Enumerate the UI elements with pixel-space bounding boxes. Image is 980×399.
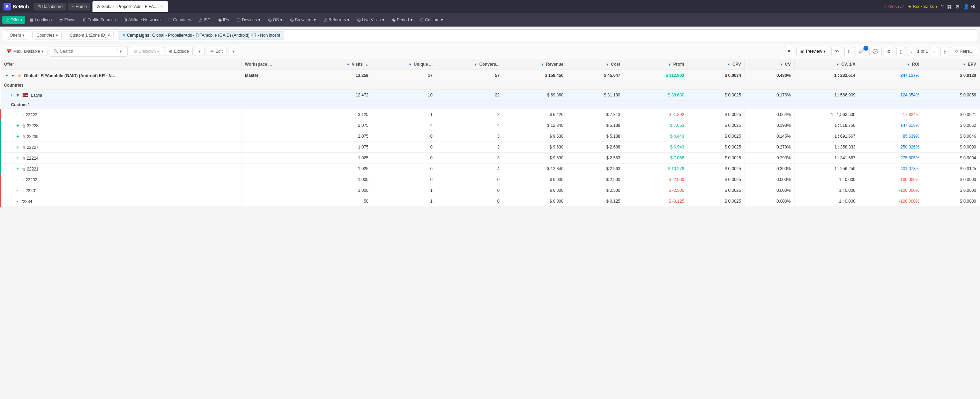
filter-conv-icon: ▼ <box>474 62 477 66</box>
row0-minus-button[interactable]: - <box>15 112 19 117</box>
table-row-1: + 🗑 22228 2,075 4 4 $ 12.840 $ 5.188 $ 7… <box>1 120 980 131</box>
filter-countries[interactable]: Countries ▾ <box>32 31 61 40</box>
first-page-button[interactable]: ⟪ <box>896 47 905 56</box>
latvia-expand-icon[interactable]: ▼ <box>16 93 20 98</box>
th-cost[interactable]: ▼ Cost <box>567 59 624 70</box>
expand-main-button[interactable]: + <box>4 73 10 78</box>
drilldown-button[interactable]: ⊙ Drilldown ▾ <box>130 47 163 56</box>
nav-isp[interactable]: ◎ ISP <box>195 16 213 24</box>
favorite-star-icon[interactable]: ★ <box>18 73 21 78</box>
chart-button[interactable]: 📈 1 <box>855 47 867 56</box>
th-cv1x[interactable]: ▼ CV, 1/X <box>794 59 859 70</box>
edit-button[interactable]: ✏ Edit <box>207 47 226 56</box>
row3-plus-button[interactable]: + <box>15 144 21 150</box>
expand-latvia-button[interactable]: + <box>9 92 15 98</box>
th-visits[interactable]: ▼ Visits ▲ <box>312 59 372 70</box>
th-unique[interactable]: ▼ Unique ... <box>372 59 436 70</box>
nav-flows[interactable]: ⇄ Flows <box>56 16 78 24</box>
th-epv[interactable]: ▼ EPV <box>923 59 980 70</box>
eye-button[interactable]: 👁 <box>831 47 842 56</box>
main-roi-cell: 247.117% <box>859 70 923 81</box>
search-input[interactable] <box>60 49 112 54</box>
user-icon[interactable]: 👤 Hi. <box>963 4 977 10</box>
eye-icon: 👁 <box>834 49 839 54</box>
th-workspace[interactable]: Workspace ... <box>241 59 312 70</box>
row1-plus-button[interactable]: + <box>15 123 21 128</box>
nav-traffic-sources[interactable]: ⊞ Traffic Sources <box>80 16 119 24</box>
home-button[interactable]: ⌂ Home <box>68 3 90 11</box>
share-icon: ⤴ <box>847 49 850 54</box>
row7-profit: $ -2.500 <box>624 185 688 196</box>
expand-arrow-icon[interactable]: ▼ <box>11 73 15 78</box>
dashboard-button[interactable]: ⊞ Dashboard <box>34 3 66 11</box>
row1-profit: $ 7.653 <box>624 120 688 131</box>
flag-button[interactable]: ⚑ <box>784 47 794 56</box>
campaign-badge: ✕ Campaigns: Global - PropellerAds - FIF… <box>118 31 284 40</box>
gear-button[interactable]: ⚙ <box>884 47 894 56</box>
main-cv1x-cell: 1 : 232.614 <box>794 70 859 81</box>
bookmarks-button[interactable]: ★ Bookmarks ▾ <box>908 4 937 9</box>
row7-minus-button[interactable]: - <box>15 188 19 193</box>
nav-period[interactable]: ◉ Period ▾ <box>388 16 416 24</box>
search-filter-button[interactable]: T ▾ <box>114 48 124 54</box>
nav-live-visits[interactable]: ◎ Live Visits ▾ <box>353 16 388 24</box>
nav-affiliate-networks[interactable]: ⊞ Affiliate Networks <box>120 16 164 24</box>
th-profit[interactable]: ▼ Profit <box>624 59 688 70</box>
close-tab-icon[interactable]: ✕ <box>160 4 164 9</box>
active-tab[interactable]: ⊙ Global - PropellerAds - FIFA... ✕ <box>92 1 168 12</box>
nav-countries[interactable]: ⊙ Countries <box>165 16 194 24</box>
nav-offers[interactable]: ◎ Offers <box>2 16 25 24</box>
th-revenue[interactable]: ▼ Revenue <box>503 59 567 70</box>
close-all-button[interactable]: ✕ Close all <box>883 4 904 9</box>
th-cpv[interactable]: ▼ CPV <box>688 59 745 70</box>
exclude-button[interactable]: ⊖ Exclude <box>165 47 192 56</box>
home-icon: ⌂ <box>72 4 74 9</box>
filter-offers[interactable]: Offers ▾ <box>6 31 28 40</box>
th-offer[interactable]: Offer <box>1 59 242 70</box>
row7-unique: 1 <box>372 185 436 196</box>
main-revenue-cell: $ 158.450 <box>503 70 567 81</box>
prev-page-button[interactable]: ‹ <box>907 47 915 56</box>
custom1-section-label: Custom 1 <box>1 101 980 109</box>
treeview-button[interactable]: ⊟ Treeview ▾ <box>796 47 829 56</box>
row6-minus-button[interactable]: - <box>15 177 19 182</box>
filter-cv1x-icon: ▼ <box>836 62 839 66</box>
notifications-icon[interactable]: ▦ <box>947 4 952 10</box>
filter-custom1[interactable]: Custom 1 (Zone ID) ▾ <box>66 31 114 40</box>
refresh-button[interactable]: ↻ Refre... <box>951 47 977 56</box>
next-page-button[interactable]: › <box>930 47 938 56</box>
th-conv[interactable]: ▼ Convers... <box>436 59 503 70</box>
th-roi[interactable]: ▼ ROI <box>859 59 923 70</box>
help-icon[interactable]: ? <box>941 4 944 10</box>
share-button[interactable]: ⤴ <box>844 47 853 56</box>
nav-os[interactable]: ◎ OS ▾ <box>264 16 286 24</box>
row2-plus-button[interactable]: + <box>15 134 21 139</box>
row8-minus-button[interactable]: - <box>15 198 19 204</box>
last-page-button[interactable]: ⟫ <box>940 47 949 56</box>
row8-profit: $ -0.125 <box>624 196 688 207</box>
row4-trash-icon: 🗑 <box>22 156 26 160</box>
exclude-chevron-button[interactable]: ▾ <box>195 47 205 56</box>
settings-icon[interactable]: ⚙ <box>955 4 960 10</box>
nav-browsers[interactable]: ◎ Browsers ▾ <box>286 16 319 24</box>
nav-custom[interactable]: ⊞ Custom ▾ <box>417 16 446 24</box>
row4-plus-button[interactable]: + <box>15 155 21 161</box>
edit-chevron-button[interactable]: ▾ <box>229 47 239 56</box>
th-cv[interactable]: ▼ CV <box>745 59 794 70</box>
flows-icon: ⇄ <box>59 18 63 22</box>
nav-devices[interactable]: ▢ Devices ▾ <box>233 16 264 24</box>
row5-cv: 0.390% <box>745 163 794 174</box>
nav-ips[interactable]: ◉ IPs <box>215 16 232 24</box>
row3-profit: $ 6.943 <box>624 142 688 153</box>
row2-cv1x: 1 : 691.667 <box>794 131 859 142</box>
row5-plus-button[interactable]: + <box>15 166 21 172</box>
max-available-button[interactable]: 📅 Max. available ▾ <box>3 47 48 56</box>
nav-landings[interactable]: ▦ Landings <box>26 16 55 24</box>
nav-referrers[interactable]: ◎ Referrers ▾ <box>320 16 353 24</box>
comment-button[interactable]: 💬 <box>869 47 881 56</box>
latvia-conv-cell: 22 <box>436 90 503 101</box>
custom-chevron: ▾ <box>441 18 443 22</box>
filter-revenue-icon: ▼ <box>541 62 544 66</box>
table-row-6: - ⏸ 22202 1,000 0 0 $ 0.000 $ 2.500 $ -2… <box>1 174 980 185</box>
row3-cv1x: 1 : 358.333 <box>794 142 859 153</box>
